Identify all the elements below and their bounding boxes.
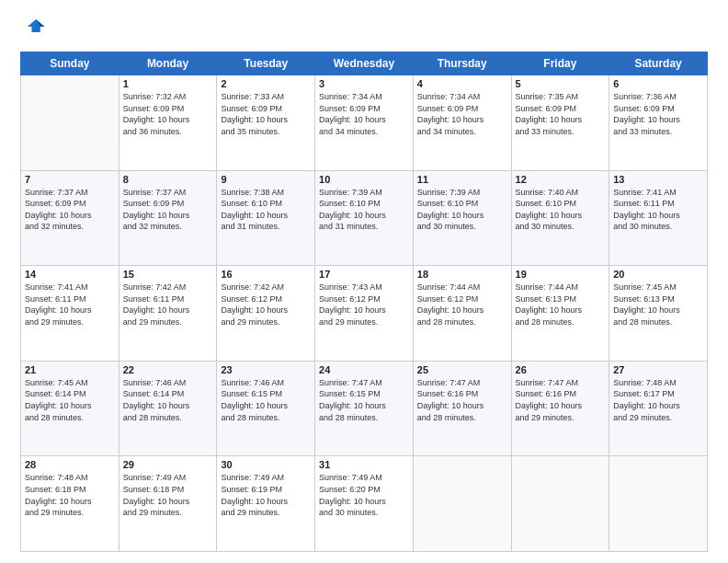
day-number: 1	[123, 78, 213, 89]
day-info: Sunrise: 7:44 AM Sunset: 6:13 PM Dayligh…	[516, 282, 606, 327]
calendar-cell: 3Sunrise: 7:34 AM Sunset: 6:09 PM Daylig…	[315, 75, 414, 171]
calendar-cell: 31Sunrise: 7:49 AM Sunset: 6:20 PM Dayli…	[315, 456, 414, 552]
day-number: 31	[319, 459, 409, 470]
calendar-cell: 26Sunrise: 7:47 AM Sunset: 6:16 PM Dayli…	[511, 361, 609, 456]
day-info: Sunrise: 7:36 AM Sunset: 6:09 PM Dayligh…	[613, 91, 703, 137]
calendar-day-header: Wednesday	[315, 52, 414, 75]
day-number: 8	[123, 174, 213, 185]
day-info: Sunrise: 7:33 AM Sunset: 6:09 PM Dayligh…	[221, 91, 311, 137]
day-info: Sunrise: 7:37 AM Sunset: 6:09 PM Dayligh…	[25, 187, 115, 233]
day-info: Sunrise: 7:44 AM Sunset: 6:12 PM Dayligh…	[417, 282, 507, 327]
day-info: Sunrise: 7:40 AM Sunset: 6:10 PM Dayligh…	[516, 187, 606, 233]
day-info: Sunrise: 7:38 AM Sunset: 6:10 PM Dayligh…	[221, 187, 311, 233]
day-number: 12	[516, 174, 606, 185]
day-number: 27	[613, 364, 703, 375]
day-number: 24	[319, 364, 409, 375]
calendar-cell: 22Sunrise: 7:46 AM Sunset: 6:14 PM Dayli…	[119, 361, 217, 456]
calendar-cell: 14Sunrise: 7:41 AM Sunset: 6:11 PM Dayli…	[21, 266, 119, 362]
day-number: 21	[25, 364, 115, 375]
calendar-cell	[609, 456, 708, 552]
day-number: 6	[613, 78, 703, 89]
calendar-day-header: Friday	[511, 52, 609, 75]
day-info: Sunrise: 7:48 AM Sunset: 6:18 PM Dayligh…	[25, 472, 115, 518]
day-number: 17	[319, 269, 409, 280]
calendar-cell: 13Sunrise: 7:41 AM Sunset: 6:11 PM Dayli…	[609, 170, 708, 266]
calendar-cell: 11Sunrise: 7:39 AM Sunset: 6:10 PM Dayli…	[413, 170, 511, 266]
day-number: 9	[221, 174, 311, 185]
calendar-day-header: Sunday	[21, 52, 119, 75]
calendar-cell: 28Sunrise: 7:48 AM Sunset: 6:18 PM Dayli…	[21, 456, 119, 552]
calendar-week-row: 7Sunrise: 7:37 AM Sunset: 6:09 PM Daylig…	[21, 170, 708, 266]
calendar-cell: 7Sunrise: 7:37 AM Sunset: 6:09 PM Daylig…	[21, 170, 119, 266]
calendar-cell: 9Sunrise: 7:38 AM Sunset: 6:10 PM Daylig…	[217, 170, 315, 266]
calendar-cell: 1Sunrise: 7:32 AM Sunset: 6:09 PM Daylig…	[119, 75, 217, 171]
day-info: Sunrise: 7:48 AM Sunset: 6:17 PM Dayligh…	[613, 377, 703, 423]
calendar-day-header: Monday	[119, 52, 217, 75]
calendar-cell: 10Sunrise: 7:39 AM Sunset: 6:10 PM Dayli…	[315, 170, 414, 266]
logo-icon	[20, 17, 46, 42]
day-info: Sunrise: 7:43 AM Sunset: 6:12 PM Dayligh…	[319, 282, 409, 327]
day-info: Sunrise: 7:39 AM Sunset: 6:10 PM Dayligh…	[417, 187, 507, 233]
day-info: Sunrise: 7:32 AM Sunset: 6:09 PM Dayligh…	[123, 91, 213, 137]
calendar-day-header: Saturday	[609, 52, 708, 75]
day-info: Sunrise: 7:49 AM Sunset: 6:19 PM Dayligh…	[221, 472, 311, 518]
calendar-cell	[511, 456, 609, 552]
calendar-week-row: 14Sunrise: 7:41 AM Sunset: 6:11 PM Dayli…	[21, 266, 708, 362]
calendar-cell: 2Sunrise: 7:33 AM Sunset: 6:09 PM Daylig…	[217, 75, 315, 171]
day-number: 19	[516, 269, 606, 280]
calendar-cell: 5Sunrise: 7:35 AM Sunset: 6:09 PM Daylig…	[511, 75, 609, 171]
calendar-table: SundayMondayTuesdayWednesdayThursdayFrid…	[20, 52, 708, 552]
day-number: 26	[516, 364, 606, 375]
day-number: 18	[417, 269, 507, 280]
day-number: 14	[25, 269, 115, 280]
day-number: 23	[221, 364, 311, 375]
day-info: Sunrise: 7:47 AM Sunset: 6:16 PM Dayligh…	[417, 377, 507, 423]
calendar-cell: 23Sunrise: 7:46 AM Sunset: 6:15 PM Dayli…	[217, 361, 315, 456]
calendar-day-header: Tuesday	[217, 52, 315, 75]
calendar-cell: 25Sunrise: 7:47 AM Sunset: 6:16 PM Dayli…	[413, 361, 511, 456]
day-number: 11	[417, 174, 507, 185]
calendar-cell: 6Sunrise: 7:36 AM Sunset: 6:09 PM Daylig…	[609, 75, 708, 171]
day-info: Sunrise: 7:42 AM Sunset: 6:11 PM Dayligh…	[123, 282, 213, 327]
calendar-cell: 24Sunrise: 7:47 AM Sunset: 6:15 PM Dayli…	[315, 361, 414, 456]
day-info: Sunrise: 7:41 AM Sunset: 6:11 PM Dayligh…	[25, 282, 115, 327]
day-number: 28	[25, 459, 115, 470]
day-info: Sunrise: 7:45 AM Sunset: 6:13 PM Dayligh…	[613, 282, 703, 327]
day-number: 22	[123, 364, 213, 375]
day-number: 5	[516, 78, 606, 89]
day-number: 13	[613, 174, 703, 185]
day-info: Sunrise: 7:41 AM Sunset: 6:11 PM Dayligh…	[613, 187, 703, 233]
calendar-cell: 12Sunrise: 7:40 AM Sunset: 6:10 PM Dayli…	[511, 170, 609, 266]
day-info: Sunrise: 7:47 AM Sunset: 6:15 PM Dayligh…	[319, 377, 409, 423]
calendar-cell: 19Sunrise: 7:44 AM Sunset: 6:13 PM Dayli…	[511, 266, 609, 362]
day-info: Sunrise: 7:46 AM Sunset: 6:14 PM Dayligh…	[123, 377, 213, 423]
day-info: Sunrise: 7:49 AM Sunset: 6:18 PM Dayligh…	[123, 472, 213, 518]
calendar-cell: 16Sunrise: 7:42 AM Sunset: 6:12 PM Dayli…	[217, 266, 315, 362]
day-number: 7	[25, 174, 115, 185]
day-number: 3	[319, 78, 409, 89]
day-number: 10	[319, 174, 409, 185]
day-info: Sunrise: 7:45 AM Sunset: 6:14 PM Dayligh…	[25, 377, 115, 423]
calendar-day-header: Thursday	[413, 52, 511, 75]
day-info: Sunrise: 7:49 AM Sunset: 6:20 PM Dayligh…	[319, 472, 409, 518]
day-number: 15	[123, 269, 213, 280]
calendar-cell	[413, 456, 511, 552]
day-number: 2	[221, 78, 311, 89]
day-info: Sunrise: 7:37 AM Sunset: 6:09 PM Dayligh…	[123, 187, 213, 233]
day-info: Sunrise: 7:34 AM Sunset: 6:09 PM Dayligh…	[417, 91, 507, 137]
calendar-week-row: 1Sunrise: 7:32 AM Sunset: 6:09 PM Daylig…	[21, 75, 708, 171]
calendar-cell: 15Sunrise: 7:42 AM Sunset: 6:11 PM Dayli…	[119, 266, 217, 362]
calendar-cell: 27Sunrise: 7:48 AM Sunset: 6:17 PM Dayli…	[609, 361, 708, 456]
day-info: Sunrise: 7:42 AM Sunset: 6:12 PM Dayligh…	[221, 282, 311, 327]
day-number: 16	[221, 269, 311, 280]
calendar-cell: 30Sunrise: 7:49 AM Sunset: 6:19 PM Dayli…	[217, 456, 315, 552]
calendar-cell	[21, 75, 119, 171]
day-number: 4	[417, 78, 507, 89]
day-number: 30	[221, 459, 311, 470]
day-info: Sunrise: 7:34 AM Sunset: 6:09 PM Dayligh…	[319, 91, 409, 137]
day-number: 29	[123, 459, 213, 470]
calendar-header-row: SundayMondayTuesdayWednesdayThursdayFrid…	[21, 52, 708, 75]
logo	[20, 17, 50, 42]
calendar-cell: 18Sunrise: 7:44 AM Sunset: 6:12 PM Dayli…	[413, 266, 511, 362]
calendar-week-row: 28Sunrise: 7:48 AM Sunset: 6:18 PM Dayli…	[21, 456, 708, 552]
